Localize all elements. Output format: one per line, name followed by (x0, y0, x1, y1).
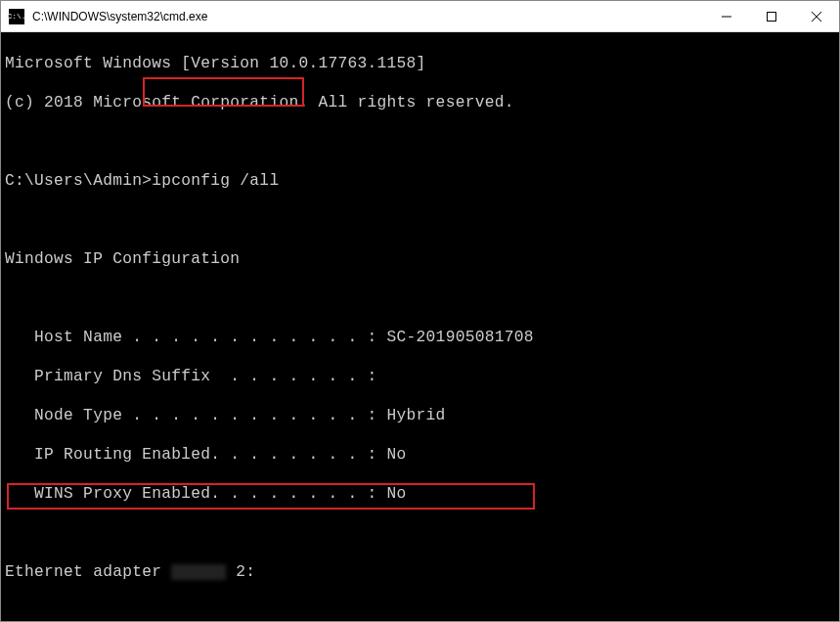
minimize-icon (722, 12, 731, 22)
console-line (5, 210, 835, 230)
console-line: WINS Proxy Enabled. . . . . . . . : No (5, 484, 835, 504)
close-icon (812, 12, 821, 22)
console-line: Primary Dns Suffix . . . . . . . : (5, 367, 835, 386)
console-line: (c) 2018 Microsoft Corporation. All righ… (5, 93, 835, 112)
console-line (5, 601, 835, 621)
prompt-prefix: C:\Users\Admin> (5, 172, 152, 190)
cmd-window: C:\. C:\WINDOWS\system32\cmd.exe Microso… (0, 0, 840, 622)
section-header: Windows IP Configuration (5, 249, 835, 269)
console-line: Microsoft Windows [Version 10.0.17763.11… (5, 54, 835, 73)
console-line: IP Routing Enabled. . . . . . . . : No (5, 445, 835, 465)
svg-rect-1 (768, 12, 776, 21)
window-title: C:\WINDOWS\system32\cmd.exe (32, 10, 704, 23)
cmd-icon: C:\. (9, 9, 24, 24)
typed-command: ipconfig /all (152, 172, 279, 190)
console-line (5, 289, 835, 308)
prompt-line: C:\Users\Admin>ipconfig /all (5, 171, 835, 191)
console-line (5, 132, 835, 152)
section-header: Ethernet adapter 2: (5, 562, 835, 582)
maximize-button[interactable] (749, 1, 794, 32)
titlebar: C:\. C:\WINDOWS\system32\cmd.exe (1, 1, 839, 32)
console-line: Host Name . . . . . . . . . . . . : SC-2… (5, 328, 835, 347)
close-button[interactable] (794, 1, 839, 32)
adapter-prefix: Ethernet adapter (5, 563, 171, 581)
maximize-icon (767, 12, 776, 22)
adapter-suffix: 2: (226, 563, 255, 581)
console-line: Node Type . . . . . . . . . . . . : Hybr… (5, 406, 835, 425)
redacted-adapter-name (171, 564, 226, 580)
window-controls (704, 1, 839, 32)
console-area[interactable]: Microsoft Windows [Version 10.0.17763.11… (1, 32, 839, 621)
console-line (5, 523, 835, 543)
minimize-button[interactable] (704, 1, 749, 32)
